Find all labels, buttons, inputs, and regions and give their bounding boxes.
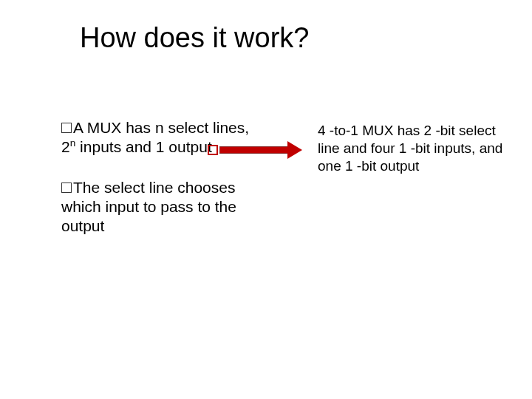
arrow-tail-box xyxy=(208,145,218,155)
bullet-2: The select line chooses which input to p… xyxy=(61,178,257,236)
slide-title: How does it work? xyxy=(80,22,309,54)
bullet-square-icon xyxy=(61,123,72,133)
bullet-square-icon xyxy=(61,183,72,193)
slide: How does it work? A MUX has n select lin… xyxy=(0,0,532,399)
bullet-1-post: inputs and 1 output xyxy=(75,138,211,155)
arrow-shaft xyxy=(219,146,290,154)
arrow-icon xyxy=(208,143,304,157)
right-text: 4 -to-1 MUX has 2 -bit select line and f… xyxy=(318,122,510,174)
right-column: 4 -to-1 MUX has 2 -bit select line and f… xyxy=(318,122,510,174)
bullet-2-text: The select line chooses which input to p… xyxy=(61,179,236,235)
left-column: A MUX has n select lines, 2n inputs and … xyxy=(61,118,257,256)
arrow-head xyxy=(287,141,302,159)
